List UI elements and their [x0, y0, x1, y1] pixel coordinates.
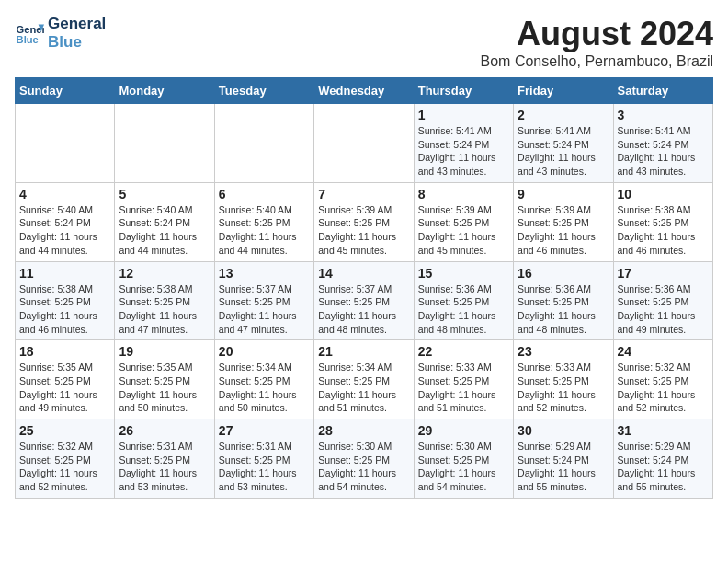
day-info: Sunrise: 5:41 AM Sunset: 5:24 PM Dayligh…: [418, 124, 509, 178]
calendar-cell: 20Sunrise: 5:34 AM Sunset: 5:25 PM Dayli…: [214, 340, 313, 419]
calendar-cell: 25Sunrise: 5:32 AM Sunset: 5:25 PM Dayli…: [16, 419, 115, 499]
day-info: Sunrise: 5:41 AM Sunset: 5:24 PM Dayligh…: [618, 124, 709, 178]
calendar-cell: 16Sunrise: 5:36 AM Sunset: 5:25 PM Dayli…: [514, 261, 613, 340]
calendar-cell: 26Sunrise: 5:31 AM Sunset: 5:25 PM Dayli…: [115, 419, 214, 499]
calendar-cell: 23Sunrise: 5:33 AM Sunset: 5:25 PM Dayli…: [514, 340, 613, 419]
calendar-cell: 19Sunrise: 5:35 AM Sunset: 5:25 PM Dayli…: [115, 340, 214, 419]
header-sunday: Sunday: [16, 78, 115, 104]
week-row-4: 25Sunrise: 5:32 AM Sunset: 5:25 PM Dayli…: [16, 419, 713, 499]
day-number: 2: [518, 108, 609, 122]
day-info: Sunrise: 5:38 AM Sunset: 5:25 PM Dayligh…: [618, 203, 709, 258]
day-number: 27: [219, 423, 310, 438]
day-number: 29: [418, 423, 509, 438]
day-number: 21: [318, 344, 409, 359]
svg-text:Blue: Blue: [17, 35, 39, 46]
calendar-cell: [16, 104, 115, 183]
day-info: Sunrise: 5:33 AM Sunset: 5:25 PM Dayligh…: [418, 361, 509, 415]
calendar-cell: 8Sunrise: 5:39 AM Sunset: 5:25 PM Daylig…: [414, 182, 513, 261]
header-tuesday: Tuesday: [214, 78, 313, 104]
day-number: 9: [518, 187, 609, 201]
day-info: Sunrise: 5:32 AM Sunset: 5:25 PM Dayligh…: [618, 361, 709, 415]
day-number: 15: [418, 266, 509, 281]
day-info: Sunrise: 5:39 AM Sunset: 5:25 PM Dayligh…: [418, 203, 509, 258]
calendar-cell: 27Sunrise: 5:31 AM Sunset: 5:25 PM Dayli…: [214, 419, 313, 499]
logo-icon: General Blue: [15, 18, 44, 48]
day-info: Sunrise: 5:33 AM Sunset: 5:25 PM Dayligh…: [518, 361, 609, 415]
day-info: Sunrise: 5:39 AM Sunset: 5:25 PM Dayligh…: [318, 203, 409, 258]
day-number: 22: [418, 344, 509, 359]
day-info: Sunrise: 5:38 AM Sunset: 5:25 PM Dayligh…: [119, 282, 210, 337]
day-info: Sunrise: 5:36 AM Sunset: 5:25 PM Dayligh…: [418, 282, 509, 337]
calendar-cell: 24Sunrise: 5:32 AM Sunset: 5:25 PM Dayli…: [613, 340, 712, 419]
day-number: 16: [518, 266, 609, 281]
calendar-cell: 22Sunrise: 5:33 AM Sunset: 5:25 PM Dayli…: [414, 340, 513, 419]
calendar-cell: 21Sunrise: 5:34 AM Sunset: 5:25 PM Dayli…: [314, 340, 414, 419]
day-number: 25: [19, 423, 110, 438]
week-row-0: 1Sunrise: 5:41 AM Sunset: 5:24 PM Daylig…: [16, 104, 713, 183]
day-number: 12: [119, 266, 210, 281]
day-info: Sunrise: 5:40 AM Sunset: 5:24 PM Dayligh…: [19, 203, 110, 258]
logo-line2: Blue: [48, 33, 106, 52]
page-header: General Blue General Blue August 2024 Bo…: [15, 15, 713, 70]
header-saturday: Saturday: [613, 78, 712, 104]
header-monday: Monday: [115, 78, 214, 104]
calendar-cell: 12Sunrise: 5:38 AM Sunset: 5:25 PM Dayli…: [115, 261, 214, 340]
day-info: Sunrise: 5:35 AM Sunset: 5:25 PM Dayligh…: [19, 361, 110, 415]
day-info: Sunrise: 5:37 AM Sunset: 5:25 PM Dayligh…: [219, 282, 310, 337]
day-info: Sunrise: 5:38 AM Sunset: 5:25 PM Dayligh…: [19, 282, 110, 337]
calendar-cell: 4Sunrise: 5:40 AM Sunset: 5:24 PM Daylig…: [16, 182, 115, 261]
day-info: Sunrise: 5:34 AM Sunset: 5:25 PM Dayligh…: [318, 361, 409, 415]
calendar-cell: 18Sunrise: 5:35 AM Sunset: 5:25 PM Dayli…: [16, 340, 115, 419]
calendar-cell: 9Sunrise: 5:39 AM Sunset: 5:25 PM Daylig…: [514, 182, 613, 261]
day-number: 23: [518, 344, 609, 359]
calendar-cell: 10Sunrise: 5:38 AM Sunset: 5:25 PM Dayli…: [613, 182, 712, 261]
day-info: Sunrise: 5:30 AM Sunset: 5:25 PM Dayligh…: [418, 440, 509, 494]
day-number: 4: [19, 187, 110, 201]
calendar-cell: [214, 104, 313, 183]
header-wednesday: Wednesday: [314, 78, 414, 104]
calendar-cell: 31Sunrise: 5:29 AM Sunset: 5:24 PM Dayli…: [613, 419, 712, 499]
title-block: August 2024 Bom Conselho, Pernambuco, Br…: [481, 15, 713, 70]
day-number: 20: [219, 344, 310, 359]
day-number: 14: [318, 266, 409, 281]
day-number: 31: [618, 423, 709, 438]
calendar-cell: 13Sunrise: 5:37 AM Sunset: 5:25 PM Dayli…: [214, 261, 313, 340]
day-info: Sunrise: 5:31 AM Sunset: 5:25 PM Dayligh…: [119, 440, 210, 494]
calendar-cell: 6Sunrise: 5:40 AM Sunset: 5:25 PM Daylig…: [214, 182, 313, 261]
day-number: 19: [119, 344, 210, 359]
day-number: 7: [318, 187, 409, 201]
day-number: 11: [19, 266, 110, 281]
day-number: 24: [618, 344, 709, 359]
day-number: 3: [618, 108, 709, 122]
calendar-cell: 17Sunrise: 5:36 AM Sunset: 5:25 PM Dayli…: [613, 261, 712, 340]
calendar-cell: 29Sunrise: 5:30 AM Sunset: 5:25 PM Dayli…: [414, 419, 513, 499]
calendar-cell: 11Sunrise: 5:38 AM Sunset: 5:25 PM Dayli…: [16, 261, 115, 340]
day-info: Sunrise: 5:35 AM Sunset: 5:25 PM Dayligh…: [119, 361, 210, 415]
calendar-cell: 28Sunrise: 5:30 AM Sunset: 5:25 PM Dayli…: [314, 419, 414, 499]
calendar-body: 1Sunrise: 5:41 AM Sunset: 5:24 PM Daylig…: [16, 104, 713, 499]
calendar-cell: 3Sunrise: 5:41 AM Sunset: 5:24 PM Daylig…: [613, 104, 712, 183]
week-row-1: 4Sunrise: 5:40 AM Sunset: 5:24 PM Daylig…: [16, 182, 713, 261]
logo-line1: General: [48, 15, 106, 33]
subtitle: Bom Conselho, Pernambuco, Brazil: [481, 53, 713, 70]
calendar-cell: [314, 104, 414, 183]
day-info: Sunrise: 5:29 AM Sunset: 5:24 PM Dayligh…: [618, 440, 709, 494]
day-number: 28: [318, 423, 409, 438]
day-number: 18: [19, 344, 110, 359]
day-number: 17: [618, 266, 709, 281]
calendar-cell: 30Sunrise: 5:29 AM Sunset: 5:24 PM Dayli…: [514, 419, 613, 499]
header-friday: Friday: [514, 78, 613, 104]
calendar-table: SundayMondayTuesdayWednesdayThursdayFrid…: [15, 77, 713, 499]
week-row-3: 18Sunrise: 5:35 AM Sunset: 5:25 PM Dayli…: [16, 340, 713, 419]
day-info: Sunrise: 5:40 AM Sunset: 5:24 PM Dayligh…: [119, 203, 210, 258]
calendar-cell: 1Sunrise: 5:41 AM Sunset: 5:24 PM Daylig…: [414, 104, 513, 183]
calendar-cell: 7Sunrise: 5:39 AM Sunset: 5:25 PM Daylig…: [314, 182, 414, 261]
day-info: Sunrise: 5:36 AM Sunset: 5:25 PM Dayligh…: [618, 282, 709, 337]
day-info: Sunrise: 5:39 AM Sunset: 5:25 PM Dayligh…: [518, 203, 609, 258]
day-number: 10: [618, 187, 709, 201]
header-thursday: Thursday: [414, 78, 513, 104]
day-info: Sunrise: 5:36 AM Sunset: 5:25 PM Dayligh…: [518, 282, 609, 337]
day-info: Sunrise: 5:37 AM Sunset: 5:25 PM Dayligh…: [318, 282, 409, 337]
day-info: Sunrise: 5:29 AM Sunset: 5:24 PM Dayligh…: [518, 440, 609, 494]
day-number: 30: [518, 423, 609, 438]
